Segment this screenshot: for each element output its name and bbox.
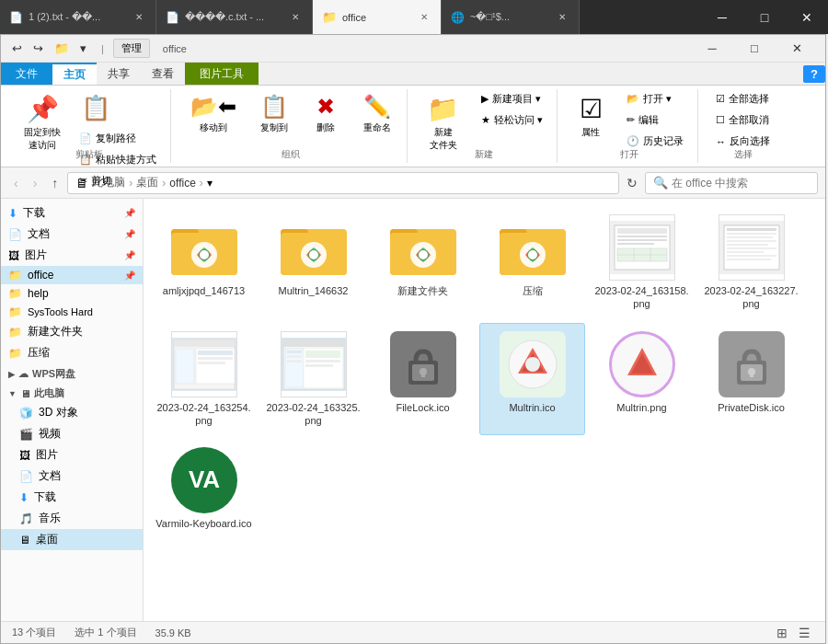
file-item-filelock[interactable]: FileLock.ico	[370, 323, 476, 436]
file-item-privatedisk[interactable]: PrivateDisk.ico	[698, 323, 804, 436]
sidebar-item-docs[interactable]: 📄 文档 📌	[1, 224, 143, 245]
tab-picture-tools[interactable]: 图片工具	[185, 63, 259, 85]
breadcrumb-dropdown[interactable]: ▾	[207, 177, 213, 190]
file-item-varmilo[interactable]: VA Varmilo-Keyboard.ico	[151, 439, 257, 538]
taskbar-close[interactable]: ✕	[786, 0, 828, 34]
this-pc-section[interactable]: ▼ 🖥 此电脑	[1, 383, 143, 402]
pictures-pin: 📌	[124, 250, 135, 260]
sidebar-item-desktop[interactable]: 🖥 桌面	[1, 529, 143, 550]
sidebar-item-3d[interactable]: 🧊 3D 对象	[1, 402, 143, 423]
tab1-close[interactable]: ✕	[132, 10, 146, 24]
properties-btn[interactable]: ☑ 属性	[569, 89, 613, 144]
tab2-close[interactable]: ✕	[288, 10, 303, 24]
video-label: 视频	[39, 426, 61, 442]
sidebar-item-dl2[interactable]: ⬇ 下载	[1, 487, 143, 508]
search-input[interactable]	[672, 177, 810, 190]
qat-forward[interactable]: ↪	[29, 40, 47, 57]
svg-rect-46	[198, 351, 233, 355]
svg-rect-32	[727, 228, 776, 231]
new-folder-btn[interactable]: 📁 新建文件夹	[419, 89, 467, 156]
wps-section[interactable]: ▶ ☁ WPS网盘	[1, 363, 143, 383]
easy-access-btn[interactable]: ★ 轻松访问 ▾	[475, 110, 549, 130]
file-item-multrin-png[interactable]: Multrin.png	[589, 323, 695, 436]
file-name-multrin-folder: Multrin_146632	[279, 284, 349, 297]
cut-btn[interactable]: ✂ 剪切	[73, 171, 163, 190]
move-to-label: 移动到	[200, 121, 227, 134]
qat-folder[interactable]: 📁	[51, 40, 73, 57]
file-item-amljx[interactable]: amljxjpqd_146713	[151, 206, 257, 319]
copy-path-btn[interactable]: 📄 复制路径	[73, 129, 163, 148]
file-item-img2[interactable]: 2023-02-24_163227.png	[698, 206, 804, 319]
tab-share[interactable]: 共享	[97, 63, 141, 85]
deselect-all-icon: ☐	[716, 114, 725, 126]
ribbon-tabs: 文件 主页 共享 查看 图片工具 ?	[1, 63, 825, 86]
sidebar-item-pic2[interactable]: 🖼 图片	[1, 444, 143, 466]
file-item-multrin-folder[interactable]: Multrin_146632	[260, 206, 366, 319]
help-btn[interactable]: ?	[803, 65, 825, 83]
taskbar-tab-4[interactable]: 🌐 ~�□¹$... ✕	[442, 0, 580, 34]
taskbar-tab-1[interactable]: 📄 1 (2).txt - ��... ✕	[0, 0, 156, 34]
file-item-new-folder[interactable]: 新建文件夹	[370, 206, 476, 319]
tab-view[interactable]: 查看	[141, 63, 185, 85]
file-item-multrin-ico[interactable]: Multrin.ico	[479, 323, 585, 436]
breadcrumb-office[interactable]: office	[169, 177, 195, 190]
select-all-btn[interactable]: ☑ 全部选择	[709, 89, 776, 109]
tab3-close[interactable]: ✕	[417, 10, 431, 24]
minimize-btn[interactable]: ─	[691, 35, 733, 63]
sidebar-item-doc2[interactable]: 📄 文档	[1, 466, 143, 487]
svg-point-4	[200, 250, 209, 259]
close-btn[interactable]: ✕	[776, 35, 818, 63]
qat-back[interactable]: ↩	[8, 40, 26, 57]
docs-label: 文档	[28, 226, 50, 242]
ribbon-group-organize: 📂⬅ 移动到 📋 复制到 ✖ 删除 ✏️ 重	[175, 89, 408, 163]
taskbar-tab-3[interactable]: 📁 office ✕	[313, 0, 442, 34]
paste-btn[interactable]: 📋	[73, 89, 163, 127]
qat-dropdown[interactable]: ▾	[76, 40, 90, 57]
copy-path-icon: 📄	[79, 132, 92, 144]
file-item-img1[interactable]: 2023-02-24_163158.png	[589, 206, 695, 319]
list-view-btn[interactable]: ☰	[795, 624, 814, 642]
select-content: ☑ 全部选择 ☐ 全部取消 ↔ 反向选择	[709, 89, 776, 177]
taskbar-maximize[interactable]: □	[743, 0, 786, 34]
sidebar-item-newfolder[interactable]: 📁 新建文件夹	[1, 321, 143, 342]
title-bar: ↩ ↪ 📁 ▾ | 管理 office ─ □ ✕	[1, 35, 825, 63]
tab4-close[interactable]: ✕	[555, 10, 569, 24]
tab-file[interactable]: 文件	[1, 63, 52, 85]
new-label: 新建	[475, 148, 493, 161]
copy-path-label: 复制路径	[96, 132, 136, 145]
sidebar-item-zip[interactable]: 📁 压缩	[1, 342, 143, 363]
office-label: office	[28, 269, 53, 282]
file-item-img3[interactable]: 2023-02-24_163254.png	[151, 323, 257, 436]
rename-btn[interactable]: ✏️ 重命名	[355, 89, 399, 139]
edit-btn[interactable]: ✏ 编辑	[620, 110, 690, 130]
edit-icon: ✏	[627, 114, 635, 126]
sidebar-item-video[interactable]: 🎬 视频	[1, 423, 143, 444]
move-to-btn[interactable]: 📂⬅ 移动到	[182, 89, 245, 139]
invert-select-label: 反向选择	[730, 134, 770, 148]
svg-point-19	[528, 250, 537, 259]
taskbar-tab-2[interactable]: 📄 ����.c.txt - ... ✕	[156, 0, 313, 34]
copy-to-btn[interactable]: 📋 复制到	[252, 89, 296, 139]
new-item-btn[interactable]: ▶ 新建项目 ▾	[475, 89, 549, 109]
taskbar-minimize[interactable]: ─	[701, 0, 743, 34]
sidebar-item-systools[interactable]: 📁 SysTools Hard	[1, 303, 143, 321]
delete-btn[interactable]: ✖ 删除	[304, 89, 348, 139]
file-name-img1: 2023-02-24_163158.png	[593, 284, 690, 311]
pin-to-quick-access-btn[interactable]: 📌 固定到快速访问	[16, 89, 69, 156]
deselect-all-btn[interactable]: ☐ 全部取消	[709, 110, 776, 130]
file-item-img4[interactable]: 2023-02-24_163325.png	[260, 323, 366, 436]
pin-label: 固定到快速访问	[24, 126, 61, 152]
ribbon-content: 📌 固定到快速访问 📋 📄 复制路径	[1, 86, 825, 167]
file-item-zip-folder[interactable]: 压缩	[479, 206, 585, 319]
thumbnail-view-btn[interactable]: ⊞	[773, 624, 791, 642]
tab-home[interactable]: 主页	[52, 63, 97, 85]
svg-rect-48	[198, 362, 225, 364]
privatedisk-icon	[719, 331, 785, 397]
maximize-btn[interactable]: □	[733, 35, 776, 63]
sidebar-item-help[interactable]: 📁 help	[1, 284, 143, 303]
paste-col: 📋 📄 复制路径 📋 粘贴快捷方式	[73, 89, 163, 203]
sidebar-item-office[interactable]: 📁 office 📌	[1, 266, 143, 284]
open-btn[interactable]: 📂 打开 ▾	[620, 89, 690, 109]
sidebar-item-pictures[interactable]: 🖼 图片 📌	[1, 245, 143, 266]
sidebar-item-music[interactable]: 🎵 音乐	[1, 508, 143, 529]
